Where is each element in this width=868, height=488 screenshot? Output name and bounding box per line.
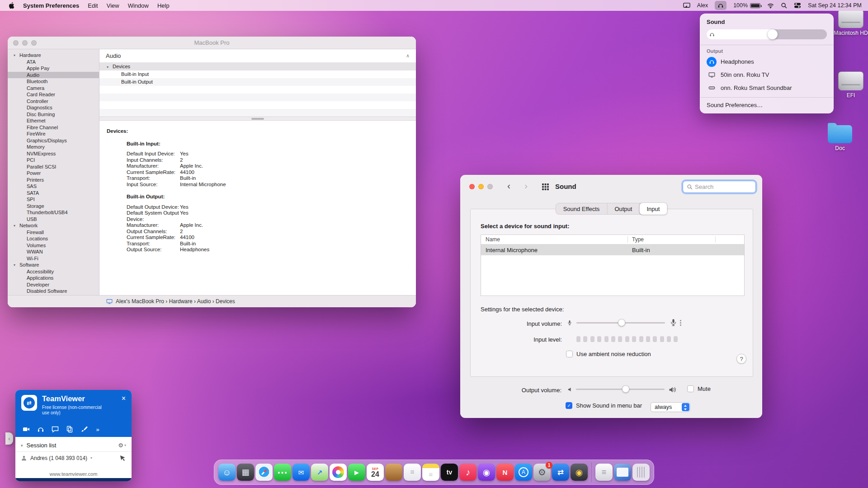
slider-track[interactable] (576, 389, 665, 390)
dock-photos[interactable] (330, 464, 347, 481)
output-volume-slider[interactable] (576, 385, 665, 393)
menu-item-system-preferences[interactable]: System Preferences (23, 2, 79, 9)
window-titlebar[interactable]: MacBook Pro (8, 37, 416, 49)
sidebar-item-volumes[interactable]: Volumes (8, 242, 99, 249)
sidebar-item-ata[interactable]: ATA (8, 59, 99, 66)
battery-indicator[interactable]: 100% (733, 2, 760, 9)
dock-finder[interactable]: ☺ (218, 464, 236, 481)
sidebar-item-sas[interactable]: SAS (8, 183, 99, 190)
sidebar-item-applications[interactable]: Applications (8, 275, 99, 282)
sidebar-group-network[interactable]: ▾Network (8, 222, 99, 229)
sidebar-item-firewire[interactable]: FireWire (8, 131, 99, 137)
dock-launchpad[interactable]: ▦ (237, 464, 254, 481)
desktop-icon-efi[interactable]: EFI (833, 71, 868, 99)
tab-output[interactable]: Output (607, 203, 640, 214)
slider-knob[interactable] (768, 29, 778, 39)
dock-tv[interactable]: tv (441, 464, 458, 481)
search-input[interactable]: Search (683, 181, 756, 193)
forward-button[interactable]: › (524, 181, 528, 190)
input-volume-slider[interactable] (576, 319, 665, 326)
dock-facetime[interactable]: ▶ (348, 464, 365, 481)
collapse-chevron-icon[interactable]: ∧ (406, 53, 410, 59)
column-header-name[interactable]: Name (481, 236, 627, 243)
menu-item-help[interactable]: Help (157, 2, 170, 9)
sidebar-item-controller[interactable]: Controller (8, 98, 99, 105)
column-header-type[interactable]: Type (627, 236, 644, 243)
dock-podcasts[interactable]: ◉ (478, 464, 495, 481)
dock-calendar[interactable]: SEP24 (367, 464, 384, 481)
output-device-headphones[interactable]: Headphones (700, 55, 833, 68)
sidebar-item-firewall[interactable]: Firewall (8, 229, 99, 236)
menu-item-edit[interactable]: Edit (88, 2, 98, 9)
menu-item-view[interactable]: View (107, 2, 119, 9)
close-icon[interactable]: × (122, 394, 126, 403)
session-list-header[interactable]: ▾ Session list ⚙▾ (15, 439, 132, 452)
sidebar-item-usb[interactable]: USB (8, 216, 99, 223)
wifi-icon[interactable] (767, 2, 774, 9)
sidebar-item-spi[interactable]: SPI (8, 196, 99, 203)
table-row-internal-microphone[interactable]: Internal MicrophoneBuilt-in (481, 244, 744, 255)
minimize-button[interactable] (478, 184, 484, 189)
toolbar-clipboard-icon[interactable] (66, 426, 73, 433)
dock-contacts[interactable] (385, 464, 402, 481)
sidebar-item-locations[interactable]: Locations (8, 235, 99, 242)
dock-notes[interactable]: ≡ (422, 464, 439, 481)
traffic-lights[interactable] (469, 184, 493, 189)
sound-menu-extra[interactable] (715, 1, 726, 10)
device-row-built-in-output[interactable]: Built-in Output (99, 78, 416, 86)
tab-sound-effects[interactable]: Sound Effects (556, 203, 608, 214)
sidebar-item-memory[interactable]: Memory (8, 144, 99, 150)
sidebar-item-parallel-scsi[interactable]: Parallel SCSI (8, 164, 99, 170)
sidebar-item-fibre-channel[interactable]: Fibre Channel (8, 124, 99, 131)
dock-reminders[interactable]: ≡ (404, 464, 421, 481)
menu-bar-clock[interactable]: Sat Sep 24 12:34 PM (808, 2, 862, 9)
dock-mail[interactable]: ✉ (292, 464, 310, 481)
sidebar-item-diagnostics[interactable]: Diagnostics (8, 104, 99, 111)
teamviewer-edge-tab[interactable]: ‹ (5, 432, 13, 445)
teamviewer-website-link[interactable]: www.teamviewer.com (15, 471, 132, 477)
spotlight-icon[interactable] (781, 2, 787, 9)
dock-app-store[interactable]: A (515, 464, 532, 481)
toolbar-chat-icon[interactable] (52, 426, 59, 433)
mute-checkbox[interactable] (687, 385, 694, 392)
show-all-icon[interactable] (542, 183, 549, 191)
sidebar-item-audio[interactable]: Audio (8, 72, 99, 79)
dock-documents-stack[interactable]: ≡ (595, 464, 613, 481)
dock-minimized-window[interactable] (614, 464, 631, 481)
close-button[interactable] (469, 184, 475, 189)
help-button[interactable]: ? (736, 354, 746, 364)
menu-item-window[interactable]: Window (128, 2, 149, 9)
sidebar-item-bluetooth[interactable]: Bluetooth (8, 78, 99, 85)
sidebar-item-disc-burning[interactable]: Disc Burning (8, 111, 99, 118)
dock-news[interactable]: N (496, 464, 514, 481)
control-center-icon[interactable] (794, 2, 801, 9)
slider-knob[interactable] (622, 385, 629, 393)
sidebar-item-sata[interactable]: SATA (8, 190, 99, 197)
sidebar-item-pci[interactable]: PCI (8, 157, 99, 164)
show-sound-menubar-checkbox[interactable] (566, 402, 572, 409)
sidebar-item-card-reader[interactable]: Card Reader (8, 91, 99, 98)
sidebar-item-camera[interactable]: Camera (8, 85, 99, 92)
output-device-onn-roku-smart-soundbar[interactable]: onn. Roku Smart Soundbar (700, 81, 833, 94)
sidebar-item-accessibility[interactable]: Accessibility (8, 268, 99, 275)
dock-maps[interactable]: ↗ (311, 464, 328, 481)
apple-menu-icon[interactable] (8, 2, 14, 9)
volume-slider[interactable] (707, 29, 827, 39)
sidebar-item-developer[interactable]: Developer (8, 282, 99, 288)
desktop-icon-doc[interactable]: Doc (822, 123, 858, 151)
toolbar-brush-icon[interactable] (80, 426, 88, 433)
mic-options-dots-icon[interactable] (680, 320, 681, 321)
sidebar-item-storage[interactable]: Storage (8, 203, 99, 210)
dock-safari[interactable] (255, 464, 273, 481)
sidebar-item-thunderbolt-usb4[interactable]: Thunderbolt/USB4 (8, 209, 99, 216)
sidebar-item-wwan[interactable]: WWAN (8, 249, 99, 255)
sidebar-group-software[interactable]: ▾Software (8, 262, 99, 268)
back-button[interactable]: ‹ (507, 181, 510, 190)
sidebar-group-hardware[interactable]: ▾Hardware (8, 52, 99, 59)
toolbar-video-camera-icon[interactable] (23, 426, 30, 433)
user-menu[interactable]: Alex (697, 2, 708, 9)
sidebar-item-graphics-displays[interactable]: Graphics/Displays (8, 137, 99, 144)
screen-mirroring-icon[interactable] (683, 2, 690, 9)
dock-photo-booth[interactable]: ◉ (571, 464, 588, 481)
slider-knob[interactable] (618, 319, 625, 326)
